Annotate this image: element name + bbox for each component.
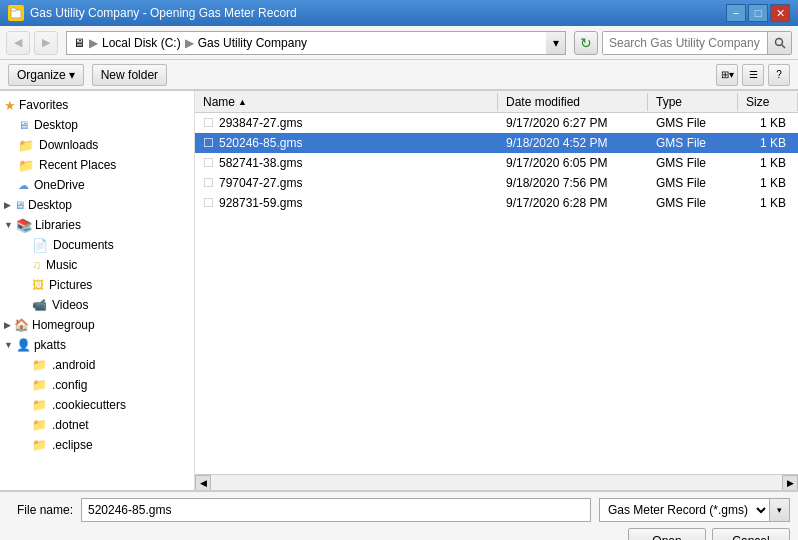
sidebar-libraries-header[interactable]: ▼ 📚 Libraries	[0, 215, 180, 235]
sidebar-item-eclipse[interactable]: 📁 .eclipse	[0, 435, 180, 455]
file-name-input[interactable]	[81, 498, 591, 522]
documents-icon: 📄	[32, 238, 48, 253]
file-list: ☐ 293847-27.gms 9/17/2020 6:27 PM GMS Fi…	[195, 113, 798, 474]
scroll-right-button[interactable]: ▶	[782, 475, 798, 491]
file-type-arrow[interactable]: ▾	[770, 498, 790, 522]
table-row[interactable]: ☐ 293847-27.gms 9/17/2020 6:27 PM GMS Fi…	[195, 113, 798, 133]
col-header-name[interactable]: Name ▲	[195, 93, 498, 111]
libraries-expand-icon: ▼	[4, 220, 13, 230]
dotnet-icon: 📁	[32, 418, 47, 432]
eclipse-icon: 📁	[32, 438, 47, 452]
table-row[interactable]: ☐ 797047-27.gms 9/18/2020 7:56 PM GMS Fi…	[195, 173, 798, 193]
organize-dropdown-icon: ▾	[69, 68, 75, 82]
file-icon: ☐	[203, 176, 214, 190]
homegroup-icon: 🏠	[14, 318, 29, 332]
address-path[interactable]: 🖥 ▶ Local Disk (C:) ▶ Gas Utility Compan…	[66, 31, 546, 55]
organize-button[interactable]: Organize ▾	[8, 64, 84, 86]
file-name-label: File name:	[8, 503, 73, 517]
forward-button[interactable]: ▶	[34, 31, 58, 55]
help-button[interactable]: ?	[768, 64, 790, 86]
action-row: Open Cancel	[8, 528, 790, 540]
file-type-dropdown: Gas Meter Record (*.gms) ▾	[599, 498, 790, 522]
table-row[interactable]: ☐ 520246-85.gms 9/18/2020 4:52 PM GMS Fi…	[195, 133, 798, 153]
dotnet-label: .dotnet	[52, 418, 89, 432]
sidebar-item-videos[interactable]: 📹 Videos	[0, 295, 180, 315]
sidebar-item-downloads[interactable]: 📁 Downloads	[0, 135, 180, 155]
back-button[interactable]: ◀	[6, 31, 30, 55]
pictures-icon: 🖼	[32, 278, 44, 292]
sidebar-item-dotnet[interactable]: 📁 .dotnet	[0, 415, 180, 435]
file-icon: ☐	[203, 136, 214, 150]
bottom-bar: File name: Gas Meter Record (*.gms) ▾ Op…	[0, 490, 798, 540]
refresh-button[interactable]: ↻	[574, 31, 598, 55]
desktop-label: Desktop	[34, 118, 78, 132]
cancel-button[interactable]: Cancel	[712, 528, 790, 540]
music-icon: ♫	[32, 258, 41, 272]
file-type-select[interactable]: Gas Meter Record (*.gms)	[599, 498, 770, 522]
onedrive-label: OneDrive	[34, 178, 85, 192]
path-dropdown[interactable]: ▾	[546, 31, 566, 55]
file-icon: ☐	[203, 116, 214, 130]
pkatts-icon: 👤	[16, 338, 31, 352]
minimize-button[interactable]: −	[726, 4, 746, 22]
app-icon	[8, 5, 24, 21]
sidebar-pkatts-header[interactable]: ▼ 👤 pkatts	[0, 335, 180, 355]
view-list-button[interactable]: ☰	[742, 64, 764, 86]
sidebar-item-documents[interactable]: 📄 Documents	[0, 235, 180, 255]
open-button[interactable]: Open	[628, 528, 706, 540]
scroll-left-button[interactable]: ◀	[195, 475, 211, 491]
view-grid-button[interactable]: ⊞▾	[716, 64, 738, 86]
videos-icon: 📹	[32, 298, 47, 312]
table-row[interactable]: ☐ 928731-59.gms 9/17/2020 6:28 PM GMS Fi…	[195, 193, 798, 213]
file-icon: ☐	[203, 156, 214, 170]
pkatts-label: pkatts	[34, 338, 66, 352]
downloads-label: Downloads	[39, 138, 98, 152]
sidebar-item-desktop[interactable]: 🖥 Desktop	[0, 115, 180, 135]
table-row[interactable]: ☐ 582741-38.gms 9/17/2020 6:05 PM GMS Fi…	[195, 153, 798, 173]
file-area: Name ▲ Date modified Type Size ☐ 293847-…	[195, 91, 798, 490]
scroll-track	[211, 475, 782, 491]
sidebar-item-onedrive[interactable]: ☁ OneDrive	[0, 175, 180, 195]
path-computer: 🖥	[73, 36, 85, 50]
horizontal-scrollbar[interactable]: ◀ ▶	[195, 474, 798, 490]
config-label: .config	[52, 378, 87, 392]
toolbar: Organize ▾ New folder ⊞▾ ☰ ?	[0, 60, 798, 90]
pkatts-expand-icon: ▼	[4, 340, 13, 350]
col-header-type[interactable]: Type	[648, 93, 738, 111]
cookiecutters-label: .cookiecutters	[52, 398, 126, 412]
path-company: Gas Utility Company	[198, 36, 307, 50]
sidebar-item-android[interactable]: 📁 .android	[0, 355, 180, 375]
svg-point-2	[775, 38, 782, 45]
sidebar-item-config[interactable]: 📁 .config	[0, 375, 180, 395]
sidebar-item-cookiecutters[interactable]: 📁 .cookiecutters	[0, 395, 180, 415]
documents-label: Documents	[53, 238, 114, 252]
title-bar: Gas Utility Company - Opening Gas Meter …	[0, 0, 798, 26]
sidebar-item-recent[interactable]: 📁 Recent Places	[0, 155, 180, 175]
sidebar-item-pictures[interactable]: 🖼 Pictures	[0, 275, 180, 295]
libraries-label: Libraries	[35, 218, 81, 232]
col-header-date[interactable]: Date modified	[498, 93, 648, 111]
recent-label: Recent Places	[39, 158, 116, 172]
maximize-button[interactable]: □	[748, 4, 768, 22]
address-bar: ◀ ▶ 🖥 ▶ Local Disk (C:) ▶ Gas Utility Co…	[0, 26, 798, 60]
close-button[interactable]: ✕	[770, 4, 790, 22]
sidebar-homegroup-header[interactable]: ▶ 🏠 Homegroup	[0, 315, 180, 335]
homegroup-expand-icon: ▶	[4, 320, 11, 330]
path-localdisk: Local Disk (C:)	[102, 36, 181, 50]
favorites-label: Favorites	[19, 98, 68, 112]
desktop-group-label: Desktop	[28, 198, 72, 212]
new-folder-button[interactable]: New folder	[92, 64, 167, 86]
sidebar-favorites-header[interactable]: ★ Favorites	[0, 95, 180, 115]
android-icon: 📁	[32, 358, 47, 372]
desktop-folder-icon: 🖥	[14, 199, 25, 211]
col-header-size[interactable]: Size	[738, 93, 798, 111]
svg-rect-1	[11, 8, 16, 11]
sidebar: ★ Favorites 🖥 Desktop 📁 Downloads 📁 Rece…	[0, 91, 195, 490]
file-name-row: File name: Gas Meter Record (*.gms) ▾	[8, 498, 790, 522]
android-label: .android	[52, 358, 95, 372]
sidebar-desktop-header[interactable]: ▶ 🖥 Desktop	[0, 195, 180, 215]
config-icon: 📁	[32, 378, 47, 392]
search-input[interactable]	[603, 32, 767, 54]
search-button[interactable]	[767, 32, 791, 54]
sidebar-item-music[interactable]: ♫ Music	[0, 255, 180, 275]
